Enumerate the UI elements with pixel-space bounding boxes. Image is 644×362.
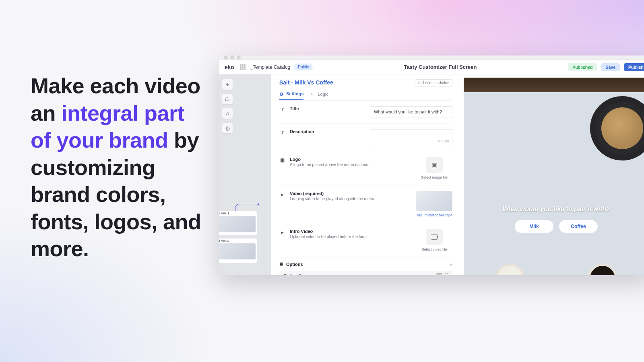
canvas-pane[interactable]: t Milk 1 t Milk 2 <box>219 74 271 275</box>
gear-icon <box>279 92 284 96</box>
breadcrumb[interactable]: _Template Catalog <box>250 64 290 70</box>
branch-icon <box>311 92 315 97</box>
text-icon <box>279 129 285 145</box>
field-title: Title <box>279 101 452 123</box>
save-button[interactable]: Save <box>601 63 620 71</box>
preview-choice-coffee[interactable]: Coffee <box>559 220 598 233</box>
music-tool-button[interactable] <box>222 108 233 119</box>
coffee-cup <box>588 263 617 275</box>
project-title: Tasty Customizer Full Screen <box>317 64 564 70</box>
video-thumbnail[interactable] <box>416 191 452 211</box>
image-icon <box>279 157 285 179</box>
option-card[interactable]: Option 1 <box>279 271 452 275</box>
intro-video-picker[interactable]: Select video file <box>416 229 452 251</box>
image-icon <box>431 161 438 169</box>
field-video: Video (required) Looping video to be pla… <box>279 185 452 223</box>
preview-pane: What would you like to pair it with? Mil… <box>460 74 644 275</box>
canvas-node[interactable]: t Milk 2 <box>219 239 257 263</box>
video-icon <box>279 191 285 217</box>
visibility-badge: Public <box>294 64 312 70</box>
preview-choice-milk[interactable]: Milk <box>515 220 553 233</box>
globe-tool-button[interactable] <box>222 123 233 133</box>
title-input[interactable] <box>370 106 452 117</box>
traffic-light-max[interactable] <box>237 56 241 60</box>
publish-button[interactable]: Publish <box>624 63 644 71</box>
preview-cups <box>464 263 644 275</box>
milk-cup <box>495 263 525 275</box>
node-thumbnail <box>219 216 256 232</box>
options-section-header[interactable]: Options ⌄ <box>279 257 452 271</box>
field-description: Description 0 / 150 <box>279 123 452 151</box>
delete-option-button[interactable] <box>435 273 442 275</box>
drag-handle-icon[interactable] <box>445 273 448 275</box>
text-icon <box>279 106 285 117</box>
tab-settings[interactable]: Settings <box>279 89 303 100</box>
node-connector <box>235 204 259 211</box>
grip-icon[interactable] <box>240 64 246 70</box>
canvas-node[interactable]: t Milk 1 <box>219 211 257 235</box>
tab-logic[interactable]: Logic <box>311 89 328 100</box>
app-toolbar: eko _Template Catalog Public Tasty Custo… <box>219 60 644 74</box>
app-logo: eko <box>225 64 234 70</box>
preview-viewport[interactable]: What would you like to pair it with? Mil… <box>464 78 644 275</box>
video-icon <box>431 234 438 240</box>
traffic-light-min[interactable] <box>230 56 234 60</box>
app-window: eko _Template Catalog Public Tasty Custo… <box>219 56 644 275</box>
window-titlebar <box>219 56 644 60</box>
choice-type-badge: Full Screen Choice <box>415 79 452 86</box>
preview-question: What would you like to pair it with? <box>502 206 610 213</box>
panel-tabs: Settings Logic <box>279 89 452 101</box>
video-filename[interactable]: salt_milkvscoffee.mp4 <box>414 213 452 217</box>
marketing-copy: Make each video an integral part of your… <box>31 72 207 263</box>
chevron-down-icon: ⌄ <box>449 261 452 267</box>
settings-panel: Salt - Milk Vs Coffee Full Screen Choice… <box>271 74 460 275</box>
field-intro-video: Intro Video Optional video to be played … <box>279 223 452 257</box>
video-icon <box>279 229 285 251</box>
field-logo: Logo A logo to be placed above the menu … <box>279 151 452 185</box>
published-badge: Published <box>568 63 597 71</box>
logo-picker[interactable]: Select image file <box>416 157 452 179</box>
traffic-light-close[interactable] <box>224 56 228 60</box>
shield-tool-button[interactable] <box>222 94 233 104</box>
add-node-button[interactable] <box>222 79 233 90</box>
marketing-headline: Make each video an integral part of your… <box>31 72 207 263</box>
description-input[interactable]: 0 / 150 <box>370 129 452 145</box>
list-icon <box>279 261 283 267</box>
node-thumbnail <box>219 243 256 259</box>
